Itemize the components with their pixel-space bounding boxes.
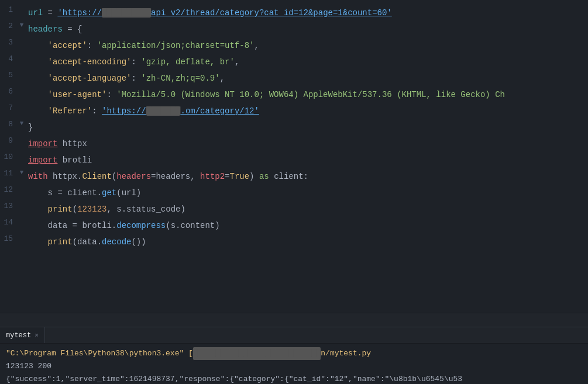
line-collapse-icon xyxy=(18,5,26,12)
line-collapse-icon xyxy=(18,153,26,160)
terminal-tab[interactable]: mytest× xyxy=(0,327,45,343)
editor-container: 1 url = 'https://██████████api_v2/thread… xyxy=(0,0,588,384)
line-collapse-icon xyxy=(18,71,26,78)
code-line: 14 data = brotli.decompress(s.content) xyxy=(0,217,588,234)
line-code: 'user-agent': 'Mozilla/5.0 (Windows NT 1… xyxy=(26,87,588,102)
line-collapse-icon xyxy=(18,202,26,209)
code-line: 1 url = 'https://██████████api_v2/thread… xyxy=(0,5,588,21)
line-code: import brotli xyxy=(26,153,588,168)
line-collapse-icon[interactable]: ▼ xyxy=(18,22,26,29)
line-number: 14 xyxy=(0,218,18,227)
line-code: 'accept-language': 'zh-CN,zh;q=0.9', xyxy=(26,71,588,86)
line-number: 15 xyxy=(0,234,18,243)
line-number: 10 xyxy=(0,153,18,161)
code-line: 2▼headers = { xyxy=(0,21,588,37)
terminal-content: "C:\Program Files\Python38\python3.exe" … xyxy=(0,344,588,384)
line-code: print(data.decode()) xyxy=(26,234,588,250)
line-collapse-icon xyxy=(18,185,26,192)
line-number: 9 xyxy=(0,136,18,145)
line-collapse-icon[interactable]: ▼ xyxy=(18,120,26,127)
line-number: 6 xyxy=(0,87,18,96)
status-bar xyxy=(0,313,588,327)
line-collapse-icon xyxy=(18,54,26,61)
line-code: 'accept': 'application/json;charset=utf-… xyxy=(26,38,588,53)
code-line: 5 'accept-language': 'zh-CN,zh;q=0.9', xyxy=(0,70,588,87)
terminal-tab-label: mytest xyxy=(6,331,31,340)
code-line: 15 print(data.decode()) xyxy=(0,234,588,250)
terminal-line: 123123 200 xyxy=(6,360,582,373)
code-line: 8▼} xyxy=(0,119,588,136)
line-collapse-icon xyxy=(18,136,26,143)
terminal-tabs: mytest× xyxy=(0,327,588,344)
code-line: 9 import httpx xyxy=(0,136,588,152)
line-code: url = 'https://██████████api_v2/thread/c… xyxy=(26,5,588,20)
code-line: 13 print(123123, s.status_code) xyxy=(0,201,588,217)
line-code: headers = { xyxy=(26,22,588,37)
code-line: 4 'accept-encoding': 'gzip, deflate, br'… xyxy=(0,54,588,70)
line-code: with httpx.Client(headers=headers, http2… xyxy=(26,169,588,184)
code-line: 10 import brotli xyxy=(0,152,588,168)
code-line: 11▼with httpx.Client(headers=headers, ht… xyxy=(0,168,588,185)
line-code: s = client.get(url) xyxy=(26,185,588,200)
code-line: 3 'accept': 'application/json;charset=ut… xyxy=(0,37,588,54)
line-collapse-icon[interactable]: ▼ xyxy=(18,169,26,176)
line-number: 11 xyxy=(0,169,18,178)
line-number: 7 xyxy=(0,103,18,112)
line-collapse-icon xyxy=(18,218,26,225)
line-number: 1 xyxy=(0,5,18,14)
line-collapse-icon xyxy=(18,87,26,94)
terminal-line: "C:\Program Files\Python38\python3.exe" … xyxy=(6,347,582,360)
line-code: import httpx xyxy=(26,136,588,151)
code-line: 12 s = client.get(url) xyxy=(0,185,588,201)
line-number: 2 xyxy=(0,22,18,30)
code-line: 6 'user-agent': 'Mozilla/5.0 (Windows NT… xyxy=(0,87,588,103)
line-collapse-icon xyxy=(18,234,26,241)
line-collapse-icon xyxy=(18,38,26,45)
line-code: print(123123, s.status_code) xyxy=(26,202,588,217)
line-number: 5 xyxy=(0,71,18,79)
line-code: } xyxy=(26,120,588,135)
code-line: 7 'Referer': 'https://███████.om/categor… xyxy=(0,103,588,119)
line-number: 13 xyxy=(0,202,18,210)
terminal-line: {"success":1,"server_time":1621498737,"r… xyxy=(6,373,582,384)
line-number: 3 xyxy=(0,38,18,47)
line-code: 'Referer': 'https://███████.om/category/… xyxy=(26,103,588,119)
line-number: 8 xyxy=(0,120,18,129)
line-number: 4 xyxy=(0,54,18,63)
terminal-tab-close-icon[interactable]: × xyxy=(35,332,39,339)
line-code: 'accept-encoding': 'gzip, deflate, br', xyxy=(26,54,588,70)
line-collapse-icon xyxy=(18,103,26,110)
code-editor[interactable]: 1 url = 'https://██████████api_v2/thread… xyxy=(0,0,588,313)
line-number: 12 xyxy=(0,185,18,194)
line-code: data = brotli.decompress(s.content) xyxy=(26,218,588,233)
terminal-panel[interactable]: mytest× "C:\Program Files\Python38\pytho… xyxy=(0,327,588,384)
